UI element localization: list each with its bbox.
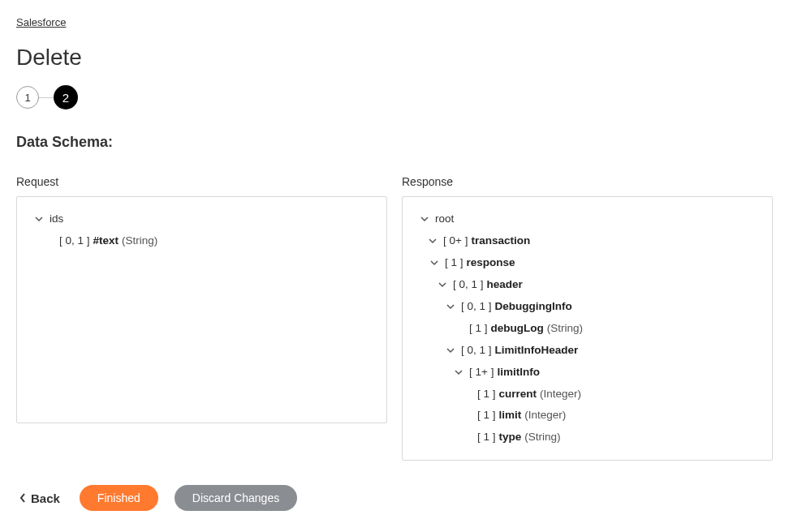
tree-node-type: (String): [524, 428, 560, 447]
chevron-down-icon[interactable]: [437, 281, 448, 289]
tree-node-type: (Integer): [524, 406, 566, 425]
tree-node-limit[interactable]: [ 1 ] limit (Integer): [412, 405, 762, 427]
cardinality: [ 1 ]: [469, 320, 488, 338]
page-title: Delete: [16, 45, 773, 71]
cardinality: [ 1 ]: [477, 385, 496, 404]
tree-node-label: root: [435, 210, 454, 229]
breadcrumb: Salesforce: [16, 16, 773, 28]
tree-node-type: (String): [547, 320, 583, 338]
tree-node-label: debugLog: [491, 320, 544, 338]
cardinality: [ 1 ]: [477, 406, 496, 425]
tree-node-current[interactable]: [ 1 ] current (Integer): [412, 384, 762, 405]
back-label: Back: [31, 491, 60, 505]
tree-node-type[interactable]: [ 1 ] type (String): [412, 427, 762, 448]
tree-node-limitheader[interactable]: [ 0, 1 ] LimitInfoHeader: [412, 340, 762, 362]
response-panel: root [ 0+ ] transaction [ 1 ] response: [402, 196, 773, 461]
response-label: Response: [402, 175, 773, 188]
section-title: Data Schema:: [16, 134, 773, 151]
tree-node-text[interactable]: [ 0, 1 ] #text (String): [27, 230, 377, 252]
chevron-down-icon[interactable]: [427, 237, 438, 245]
chevron-down-icon[interactable]: [429, 259, 440, 267]
step-1[interactable]: 1: [16, 86, 39, 109]
request-panel: ids [ 0, 1 ] #text (String): [16, 196, 387, 423]
cardinality: [ 1 ]: [445, 254, 463, 272]
tree-node-root[interactable]: root: [412, 208, 762, 230]
cardinality: [ 0, 1 ]: [461, 298, 492, 316]
tree-node-debugging[interactable]: [ 0, 1 ] DebuggingInfo: [412, 296, 762, 318]
tree-node-label: header: [487, 276, 523, 294]
cardinality: [ 0, 1 ]: [59, 232, 90, 251]
tree-node-limitinfo[interactable]: [ 1+ ] limitInfo: [412, 362, 762, 384]
tree-node-transaction[interactable]: [ 0+ ] transaction: [412, 230, 762, 252]
request-label: Request: [16, 175, 387, 188]
chevron-down-icon[interactable]: [33, 215, 45, 223]
chevron-down-icon[interactable]: [419, 215, 430, 223]
breadcrumb-link-salesforce[interactable]: Salesforce: [16, 16, 66, 28]
tree-node-label: limit: [499, 406, 522, 425]
tree-node-label: ids: [50, 210, 63, 229]
chevron-down-icon[interactable]: [445, 302, 456, 311]
tree-node-label: limitInfo: [497, 363, 540, 382]
finished-button[interactable]: Finished: [80, 485, 158, 511]
tree-node-response[interactable]: [ 1 ] response: [412, 252, 762, 274]
tree-node-label: DebuggingInfo: [495, 298, 572, 316]
discard-button[interactable]: Discard Changes: [175, 485, 297, 511]
stepper: 1 2: [16, 85, 773, 109]
tree-node-ids[interactable]: ids: [27, 208, 377, 230]
tree-node-label: type: [499, 428, 522, 447]
chevron-down-icon[interactable]: [453, 368, 464, 376]
tree-node-label: current: [499, 385, 537, 404]
tree-node-debuglog[interactable]: [ 1 ] debugLog (String): [412, 318, 762, 340]
chevron-left-icon: [19, 491, 26, 505]
tree-node-type: (Integer): [540, 385, 581, 404]
step-connector: [39, 97, 54, 98]
cardinality: [ 1+ ]: [469, 363, 494, 382]
back-button[interactable]: Back: [16, 487, 63, 510]
tree-node-label: transaction: [471, 232, 530, 251]
tree-node-label: response: [467, 254, 515, 272]
step-2[interactable]: 2: [54, 85, 78, 109]
tree-node-label: #text: [93, 232, 119, 251]
cardinality: [ 0, 1 ]: [461, 341, 492, 360]
tree-node-label: LimitInfoHeader: [495, 341, 579, 360]
cardinality: [ 0+ ]: [443, 232, 468, 251]
tree-node-type: (String): [122, 232, 157, 251]
tree-node-header[interactable]: [ 0, 1 ] header: [412, 274, 762, 296]
footer-actions: Back Finished Discard Changes: [16, 485, 773, 511]
cardinality: [ 0, 1 ]: [453, 276, 484, 294]
chevron-down-icon[interactable]: [445, 346, 456, 354]
cardinality: [ 1 ]: [477, 428, 496, 447]
